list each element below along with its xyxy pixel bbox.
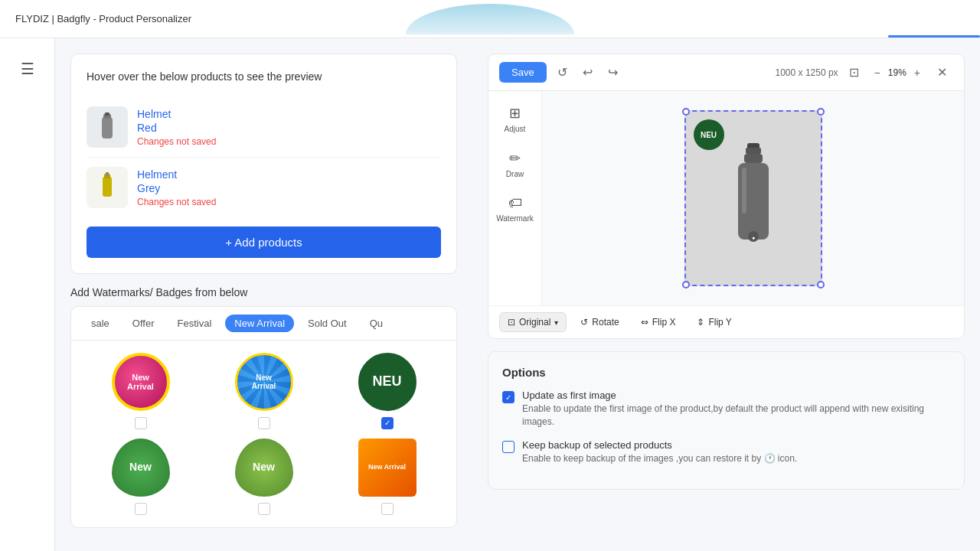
watermarks-tabs-card: sale Offer Festival New Arrival Sold Out… <box>70 306 457 528</box>
options-title: Options <box>502 366 950 379</box>
badge-new-speech-olive[interactable]: New <box>235 439 293 497</box>
badges-grid: New Arrival New Arrival <box>71 341 456 527</box>
badge-checkbox-4[interactable] <box>135 503 147 515</box>
hamburger-menu-icon[interactable]: ☰ <box>15 54 41 84</box>
zoom-label: 19% <box>888 67 906 78</box>
badge-checkbox-5[interactable] <box>258 503 270 515</box>
tab-sale[interactable]: sale <box>82 315 119 332</box>
option-row-keep-backup: Keep backup of selected products Enable … <box>502 439 950 465</box>
top-bar-center <box>406 4 574 34</box>
badge-new-arrival-blue[interactable]: New Arrival <box>235 353 293 411</box>
svg-rect-1 <box>102 117 113 139</box>
badge-new-speech-green[interactable]: New <box>112 439 170 497</box>
canvas-corner-br <box>817 281 825 289</box>
option-checkbox-first-image[interactable] <box>502 391 514 403</box>
product-status-helment-grey: Changes not saved <box>137 197 441 207</box>
bottle-svg: ● <box>723 137 784 259</box>
zoom-in-button[interactable]: + <box>910 65 925 80</box>
option-label-keep-backup: Keep backup of selected products <box>522 439 797 451</box>
refresh-icon-btn[interactable]: ↺ <box>553 62 572 83</box>
preview-bottom-toolbar: ⊡ Original ▾ ↺ Rotate ⇔ Flip X ⇕ Flip Y <box>488 305 964 338</box>
svg-rect-7 <box>106 172 109 175</box>
product-status-helmet-red: Changes not saved <box>137 136 441 147</box>
draw-icon: ✏ <box>509 150 521 167</box>
adjust-tool-button[interactable]: ⊞ Adjust <box>496 99 534 139</box>
app-title: FLYDIZ | Badgfly - Product Personalizer <box>15 13 191 24</box>
preview-canvas: NEU ● <box>542 91 964 305</box>
neu-badge: NEU <box>694 119 724 150</box>
draw-tool-button[interactable]: ✏ Draw <box>496 144 534 184</box>
badge-checkbox-1[interactable] <box>135 417 147 429</box>
svg-rect-9 <box>746 148 761 154</box>
aspect-ratio-icon-btn[interactable]: ⊡ <box>844 62 864 83</box>
badge-item: New Arrival <box>207 353 321 429</box>
svg-rect-5 <box>103 177 112 197</box>
badge-checkbox-3[interactable] <box>381 417 394 429</box>
preview-content: ⊞ Adjust ✏ Draw 🏷 Watermark <box>488 91 964 305</box>
flip-y-label: Flip Y <box>708 317 731 328</box>
flip-y-icon: ⇕ <box>697 317 704 328</box>
flip-y-button[interactable]: ⇕ Flip Y <box>689 313 739 331</box>
badge-new-arrival-banner[interactable]: New Arrival <box>358 439 416 497</box>
badge-checkbox-6[interactable] <box>381 503 394 515</box>
option-text-first-image: Update as first image Enable to update t… <box>522 390 950 429</box>
draw-label: Draw <box>506 170 524 178</box>
flip-x-label: Flip X <box>652 317 676 328</box>
option-checkbox-keep-backup[interactable] <box>502 441 514 453</box>
product-link-helment-grey[interactable]: Helment Grey <box>137 168 177 194</box>
tabs-row: sale Offer Festival New Arrival Sold Out… <box>71 307 456 341</box>
tab-festival[interactable]: Festival <box>168 315 221 332</box>
top-bar-underline <box>888 35 980 37</box>
badge-item: New Arrival <box>83 353 198 429</box>
product-info-helmet-red: Helmet Red Changes not saved <box>137 107 441 147</box>
rotate-label: Rotate <box>592 317 619 328</box>
top-bar: FLYDIZ | Badgfly - Product Personalizer <box>0 0 980 38</box>
tab-sold-out[interactable]: Sold Out <box>299 315 356 332</box>
chevron-down-icon: ▾ <box>554 318 558 327</box>
watermarks-section: Add Watermarks/ Badges from below sale O… <box>70 286 457 528</box>
undo-icon-btn[interactable]: ↩ <box>578 62 597 83</box>
option-label-first-image: Update as first image <box>522 390 950 401</box>
redo-icon-btn[interactable]: ↪ <box>603 62 622 83</box>
badge-item: New <box>207 439 321 515</box>
badge-item: New <box>83 439 198 515</box>
canvas-corner-tl <box>682 108 690 116</box>
original-mode-button[interactable]: ⊡ Original ▾ <box>499 312 567 332</box>
svg-rect-14 <box>742 168 746 214</box>
tab-new-arrival[interactable]: New Arrival <box>225 315 294 332</box>
options-card: Options Update as first image Enable to … <box>488 351 965 490</box>
zoom-out-button[interactable]: − <box>870 65 885 80</box>
save-button[interactable]: Save <box>499 62 547 83</box>
svg-rect-3 <box>105 112 109 116</box>
watermark-label: Watermark <box>496 214 534 223</box>
badge-item: NEU <box>330 353 444 429</box>
flip-x-icon: ⇔ <box>641 317 648 328</box>
badge-new-arrival-pink[interactable]: New Arrival <box>112 353 170 411</box>
add-products-button[interactable]: + Add products <box>87 227 441 258</box>
close-button[interactable]: ✕ <box>931 64 953 81</box>
top-bar-arc <box>406 4 574 34</box>
product-item: Helmet Red Changes not saved <box>87 97 441 158</box>
watermarks-title: Add Watermarks/ Badges from below <box>70 286 457 298</box>
left-panel: Hover over the below products to see the… <box>55 38 472 551</box>
option-desc-keep-backup: Enable to keep backup of the images ,you… <box>522 452 797 465</box>
product-thumb-helment-grey <box>87 167 128 208</box>
zoom-controls: − 19% + <box>870 65 925 80</box>
tab-offer[interactable]: Offer <box>123 315 164 332</box>
flip-x-button[interactable]: ⇔ Flip X <box>633 313 684 331</box>
canvas-corner-bl <box>682 281 690 289</box>
badge-checkbox-2[interactable] <box>258 417 270 429</box>
product-info-helment-grey: Helment Grey Changes not saved <box>137 168 441 207</box>
preview-toolbar: Save ↺ ↩ ↪ 1000 x 1250 px ⊡ − 19% + ✕ <box>488 54 964 91</box>
rotate-icon: ↺ <box>580 317 588 328</box>
product-link-helmet-red[interactable]: Helmet Red <box>137 108 171 134</box>
watermark-tool-button[interactable]: 🏷 Watermark <box>496 189 534 229</box>
tab-qu[interactable]: Qu <box>361 315 392 332</box>
canvas-image-container[interactable]: NEU ● <box>684 110 822 286</box>
option-text-keep-backup: Keep backup of selected products Enable … <box>522 439 797 465</box>
badge-neu-green[interactable]: NEU <box>358 353 416 411</box>
rotate-button[interactable]: ↺ Rotate <box>573 313 626 331</box>
badge-item: New Arrival <box>330 439 444 515</box>
crop-icon: ⊡ <box>508 317 515 328</box>
svg-rect-10 <box>744 154 763 163</box>
